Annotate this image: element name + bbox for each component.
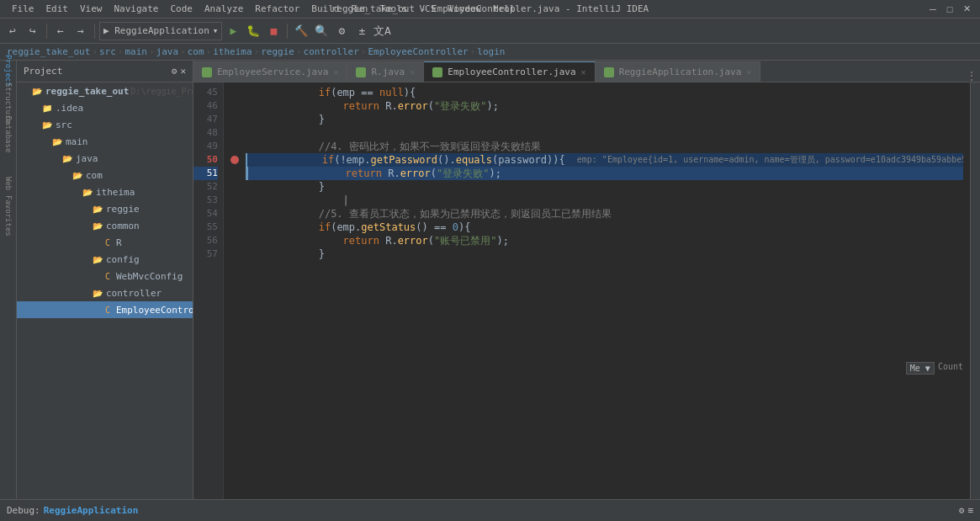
tree-item-idea[interactable]: 📁 .idea (17, 99, 193, 116)
toolbar-back[interactable]: ← (51, 22, 70, 40)
tree-item-path: D:\reggie_Project\reggie_t... (130, 87, 193, 96)
debug-label: Debug: (7, 505, 40, 516)
debug-app-name[interactable]: ReggieApplication (44, 505, 139, 516)
debug-settings-icon[interactable]: ⚙ (959, 505, 965, 516)
tree-item-com[interactable]: 📂 com (17, 167, 193, 183)
translate-icon[interactable]: 文A (373, 22, 391, 40)
breadcrumb-part-1[interactable]: src (99, 46, 116, 57)
tree-item-root[interactable]: 📂 reggie_take_out D:\reggie_Project\regg… (17, 82, 193, 99)
tab-r[interactable]: R.java ✕ (347, 61, 424, 82)
toolbar-separator-3 (287, 24, 288, 39)
code-line-45: if(emp == null){ (246, 86, 963, 99)
build-button[interactable]: 🔨 (292, 22, 310, 40)
window-title: reggie_take_out - EmployeeController.jav… (331, 3, 649, 14)
tree-item-config[interactable]: 📂 config (17, 251, 193, 268)
tree-item-src[interactable]: 📂 src (17, 116, 193, 133)
tab-employeeservice[interactable]: EmployeeService.java ✕ (193, 61, 347, 82)
line-num: 54 (193, 207, 218, 221)
stop-button[interactable]: ■ (264, 22, 283, 40)
code-line-52: } (246, 180, 963, 194)
tab-reggieapplication[interactable]: ReggieApplication.java ✕ (596, 61, 761, 82)
debug-panel: Debug: ReggieApplication ⚙ ≡ ▶ ⏸ ■ Debug… (0, 499, 980, 521)
minimize-button[interactable]: ─ (926, 3, 940, 16)
toolbar-redo[interactable]: ↪ (24, 22, 42, 40)
settings-icon[interactable]: ⚙ (332, 22, 351, 40)
project-settings-icon[interactable]: ⚙ (172, 66, 177, 77)
web-sidebar-toggle[interactable]: Web (2, 177, 15, 190)
bp-indicator (230, 221, 242, 234)
folder-open-icon: 📂 (30, 84, 44, 98)
tree-item-common[interactable]: 📂 common (17, 217, 193, 234)
tree-item-r[interactable]: C R (17, 234, 193, 251)
code-line-53: | (246, 194, 963, 207)
toolbar-undo[interactable]: ↩ (3, 22, 22, 40)
project-sidebar-toggle[interactable]: Project (2, 64, 15, 77)
breadcrumb-part-5[interactable]: itheima (213, 46, 252, 57)
tab-close-icon[interactable]: ✕ (746, 67, 751, 77)
tree-item-reggie[interactable]: 📂 reggie (17, 200, 193, 217)
breadcrumb-part-9[interactable]: login (477, 46, 505, 57)
code-line-55: if(emp.getStatus() == 0){ (246, 221, 963, 234)
tab-close-icon[interactable]: ✕ (333, 67, 338, 77)
menu-refactor[interactable]: Refactor (250, 2, 305, 16)
breadcrumb-part-0[interactable]: reggie_take_out (7, 46, 90, 57)
menu-analyze[interactable]: Analyze (199, 2, 248, 16)
editor-scrollbar[interactable] (970, 82, 980, 499)
run-config-dropdown[interactable]: ▶ ReggieApplication ▾ (99, 22, 222, 40)
tree-item-itheima[interactable]: 📂 itheima (17, 183, 193, 200)
line-num: 55 (193, 221, 218, 234)
line-numbers: 45 46 47 48 49 50 51 52 53 54 55 56 57 (193, 82, 224, 499)
tree-item-label: main (66, 136, 88, 147)
tree-item-employeecontroller[interactable]: C EmployeeController (17, 301, 193, 318)
tree-item-controller[interactable]: 📂 controller (17, 284, 193, 301)
menu-code[interactable]: Code (165, 2, 198, 16)
tree-item-webmvcconfig[interactable]: C WebMvcConfig (17, 268, 193, 284)
breadcrumb-part-2[interactable]: main (124, 46, 147, 57)
tree-item-label: EmployeeController (116, 305, 193, 316)
tree-item-label: R (116, 237, 122, 248)
line-num: 56 (193, 234, 218, 247)
menu-file[interactable]: File (7, 2, 40, 16)
toolbar: ↩ ↪ ← → ▶ ReggieApplication ▾ ▶ 🐛 ■ 🔨 🔍 … (0, 19, 980, 44)
structure-sidebar-toggle[interactable]: Structure (2, 96, 15, 109)
vcs-button[interactable]: ± (352, 22, 371, 40)
code-line-49: //4. 密码比对，如果不一致则返回登录失败结果 (246, 140, 963, 153)
bp-indicator (230, 140, 242, 153)
search-button[interactable]: 🔍 (312, 22, 331, 40)
debug-title: Debug: ReggieApplication (7, 505, 138, 516)
menu-view[interactable]: View (75, 2, 108, 16)
folder-open-icon: 📂 (91, 202, 104, 215)
tab-label: EmployeeService.java (217, 66, 328, 77)
line-num: 53 (193, 194, 218, 207)
close-button[interactable]: ✕ (960, 3, 973, 16)
tree-item-java[interactable]: 📂 java (17, 150, 193, 167)
java-class-icon: C (101, 236, 114, 249)
breadcrumb-part-4[interactable]: com (188, 46, 204, 57)
menu-edit[interactable]: Edit (41, 2, 74, 16)
window-controls[interactable]: ─ □ ✕ (926, 3, 973, 16)
menu-navigate[interactable]: Navigate (109, 2, 164, 16)
tab-close-icon[interactable]: ✕ (410, 67, 415, 77)
tab-close-icon[interactable]: ✕ (581, 67, 586, 77)
debug-panel-options-icon[interactable]: ≡ (967, 505, 973, 516)
tab-employeecontroller[interactable]: EmployeeController.java ✕ (424, 61, 595, 82)
tree-item-label: com (86, 170, 103, 181)
line-num: 47 (193, 113, 218, 126)
breadcrumb-part-7[interactable]: controller (304, 46, 359, 57)
breadcrumb-part-3[interactable]: java (156, 46, 179, 57)
favorites-sidebar-toggle[interactable]: Favorites (2, 209, 15, 222)
toolbar-forward[interactable]: → (72, 22, 90, 40)
folder-open-icon: 📂 (91, 253, 104, 266)
database-sidebar-toggle[interactable]: Database (2, 128, 15, 141)
tree-item-main[interactable]: 📂 main (17, 133, 193, 150)
tab-overflow-icon[interactable]: ⋮ (963, 70, 980, 82)
maximize-button[interactable]: □ (943, 3, 956, 16)
code-content[interactable]: if(emp == null){ return R.error("登录失败");… (224, 82, 970, 499)
debug-button[interactable]: 🐛 (244, 22, 262, 40)
breadcrumb-part-6[interactable]: reggie (261, 46, 294, 57)
bp-indicator (230, 126, 242, 140)
project-close-icon[interactable]: ✕ (180, 66, 186, 77)
breadcrumb-part-8[interactable]: EmployeeController (368, 46, 468, 57)
run-button[interactable]: ▶ (224, 22, 242, 40)
debug-header-controls: ⚙ ≡ (959, 505, 973, 516)
